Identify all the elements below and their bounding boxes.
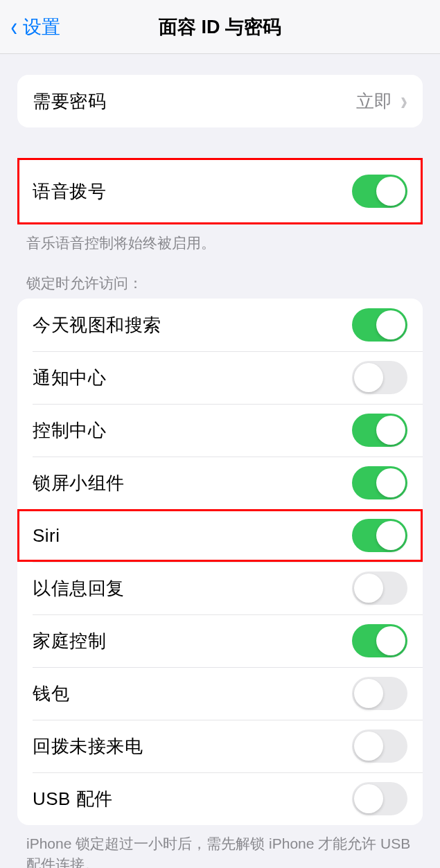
lock-access-row: 以信息回复	[17, 562, 423, 614]
lock-access-row: Siri	[17, 509, 423, 562]
lock-access-item-label: 家庭控制	[33, 629, 106, 653]
lock-access-item-label: 控制中心	[33, 418, 106, 443]
lock-access-item-label: 今天视图和搜索	[33, 313, 161, 337]
lock-access-toggle[interactable]	[352, 782, 407, 815]
lock-access-toggle[interactable]	[352, 624, 407, 657]
lock-access-toggle[interactable]	[352, 308, 407, 342]
lock-access-row: 回拨未接来电	[17, 720, 423, 772]
lock-access-row: 钱包	[17, 667, 423, 720]
voice-dial-toggle[interactable]	[352, 175, 407, 208]
lock-access-toggle[interactable]	[352, 361, 407, 394]
lock-access-row: 控制中心	[17, 404, 423, 457]
lock-access-item-label: Siri	[33, 525, 60, 547]
lock-access-toggle[interactable]	[352, 414, 407, 447]
chevron-left-icon: ‹	[11, 14, 17, 40]
lock-access-item-label: USB 配件	[33, 787, 113, 811]
lock-access-toggle[interactable]	[352, 677, 407, 710]
require-passcode-label: 需要密码	[33, 89, 106, 114]
lock-access-group: 今天视图和搜索通知中心控制中心锁屏小组件Siri以信息回复家庭控制钱包回拨未接来…	[17, 299, 423, 825]
lock-access-row: 家庭控制	[17, 614, 423, 667]
lock-access-toggle[interactable]	[352, 572, 407, 605]
voice-dial-footer: 音乐语音控制将始终被启用。	[0, 224, 440, 253]
back-label: 设置	[23, 15, 60, 39]
require-passcode-group: 需要密码 立即 ›	[17, 75, 423, 127]
lock-access-item-label: 通知中心	[33, 366, 106, 390]
lock-access-toggle[interactable]	[352, 466, 407, 499]
page-title: 面容 ID 与密码	[0, 15, 440, 39]
lock-access-item-label: 以信息回复	[33, 576, 125, 601]
require-passcode-value: 立即	[356, 89, 392, 114]
lock-access-header: 锁定时允许访问：	[0, 253, 440, 299]
navigation-bar: ‹ 设置 面容 ID 与密码	[0, 0, 440, 54]
lock-access-row: USB 配件	[17, 772, 423, 825]
voice-dial-label: 语音拨号	[33, 179, 106, 204]
lock-access-toggle[interactable]	[352, 519, 407, 552]
back-button[interactable]: ‹ 设置	[0, 14, 60, 40]
lock-access-item-label: 钱包	[33, 682, 69, 706]
chevron-right-icon: ›	[401, 86, 407, 116]
lock-access-row: 今天视图和搜索	[17, 299, 423, 351]
require-passcode-row[interactable]: 需要密码 立即 ›	[17, 75, 423, 127]
lock-access-item-label: 回拨未接来电	[33, 734, 143, 759]
lock-access-footer: iPhone 锁定超过一小时后，需先解锁 iPhone 才能允许 USB 配件连…	[0, 825, 440, 868]
voice-dial-row: 语音拨号	[17, 158, 423, 224]
voice-dial-group: 语音拨号	[17, 158, 423, 224]
lock-access-row: 通知中心	[17, 351, 423, 404]
lock-access-row: 锁屏小组件	[17, 457, 423, 509]
lock-access-item-label: 锁屏小组件	[33, 471, 125, 495]
lock-access-toggle[interactable]	[352, 729, 407, 763]
